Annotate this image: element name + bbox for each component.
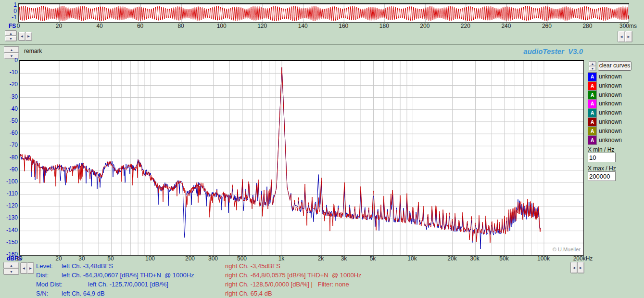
spectrum-x-tick: 20k bbox=[447, 255, 456, 262]
spectrum-x-tick: 1k bbox=[278, 255, 285, 262]
measurement-label: Level: bbox=[36, 262, 53, 270]
spectrum-x-tick: 2k bbox=[318, 255, 324, 262]
scope-scale-down-button[interactable] bbox=[5, 36, 17, 41]
legend-color-chip[interactable]: A bbox=[588, 136, 597, 145]
measurement-right-channel: right Ch. -64,8/0,0575 [dB/%] THD+N @ 10… bbox=[225, 272, 362, 279]
scope-scroll-left-button[interactable] bbox=[18, 32, 25, 41]
spectrum-y-tick: -20 bbox=[2, 81, 18, 88]
legend-curve-label: unknown bbox=[599, 137, 632, 143]
legend-curve-label: unknown bbox=[599, 100, 632, 107]
scope-y-tick: -1 bbox=[5, 14, 17, 21]
spectrum-y-tick: -110 bbox=[2, 190, 18, 197]
spectrum-y-tick: -40 bbox=[2, 105, 18, 112]
spectrum-scale-up-button[interactable] bbox=[4, 46, 19, 53]
scope-x-tick: 80 bbox=[177, 23, 184, 29]
spectrum-y-tick: -90 bbox=[2, 166, 18, 173]
legend-color-chip[interactable]: A bbox=[588, 127, 597, 136]
x-max-label: X max / Hz bbox=[588, 165, 616, 172]
oscilloscope-plot[interactable] bbox=[18, 3, 629, 23]
spectrum-x-tick: 3k bbox=[341, 255, 347, 262]
scope-x-tick: 120 bbox=[257, 23, 267, 29]
measurement-left-channel: left Ch. -3,48dBFS bbox=[62, 262, 113, 270]
scope-x-tick: 60 bbox=[137, 23, 143, 29]
spectrum-y-tick: -70 bbox=[2, 142, 18, 148]
scope-y-tick: 0 bbox=[5, 8, 17, 14]
legend-curve-label: unknown bbox=[599, 73, 632, 80]
legend-curve-label: unknown bbox=[599, 91, 632, 98]
measurement-label: Dist: bbox=[36, 272, 49, 279]
legend-color-chip[interactable]: A bbox=[588, 99, 597, 108]
scope-x-tick: 280 bbox=[582, 23, 592, 29]
spectrum-x-tick: 200kHz bbox=[573, 255, 593, 262]
spectrum-y-tick: -80 bbox=[2, 154, 18, 161]
x-max-input[interactable] bbox=[588, 171, 616, 181]
scope-x-tick: 20 bbox=[56, 23, 62, 29]
spectrum-x-tick: 300 bbox=[208, 255, 218, 262]
scope-x-tick: 300ms bbox=[619, 23, 637, 29]
legend-curve-label: unknown bbox=[599, 109, 632, 116]
measurement-label: Mod Dist: bbox=[36, 281, 63, 288]
app-title: audioTester V3.0 bbox=[491, 47, 583, 55]
scope-x-tick: 260 bbox=[542, 23, 552, 29]
spectrum-plot[interactable]: © U.Mueller bbox=[19, 60, 584, 256]
scope-x-tick: 0 bbox=[17, 23, 20, 29]
legend-curve-label: unknown bbox=[599, 128, 632, 134]
spectrum-x-tick: 50k bbox=[499, 255, 508, 262]
measurement-row: Mod Dist:left Ch. -125,7/0,0001 [dB/%]ri… bbox=[0, 281, 644, 288]
spectrum-x-tick: 30k bbox=[470, 255, 479, 262]
measurement-row: Dist:left Ch. -64,3/0,0607 [dB/%] THD+N … bbox=[0, 272, 644, 279]
right-channel-curve bbox=[20, 67, 541, 243]
oscilloscope-canvas bbox=[19, 4, 629, 22]
legend-color-chip[interactable]: A bbox=[588, 81, 597, 91]
spectrum-x-tick: 500 bbox=[237, 255, 247, 262]
measurement-right-channel: right Ch. -3,45dBFS bbox=[225, 262, 280, 270]
legend-color-chip[interactable]: A bbox=[588, 91, 597, 100]
scope-x-tick: 240 bbox=[501, 23, 511, 29]
scope-x-tick: 40 bbox=[96, 23, 102, 29]
measurement-left-channel: left Ch. 64,9 dB bbox=[62, 290, 105, 297]
spectrum-x-tick: 100k bbox=[537, 255, 550, 262]
measurement-left-channel: left Ch. -64,3/0,0607 [dB/%] THD+N @ 100… bbox=[62, 272, 194, 279]
spectrum-y-tick: -100 bbox=[2, 178, 18, 185]
waveform-trace bbox=[19, 6, 629, 21]
section-divider bbox=[0, 44, 644, 45]
x-min-label: X min / Hz bbox=[588, 146, 614, 153]
spectrum-x-tick: 30 bbox=[78, 255, 85, 262]
scope-x-tick: 220 bbox=[461, 23, 470, 29]
measurement-right-channel: right Ch. 65,4 dB bbox=[225, 290, 272, 297]
clear-curves-button[interactable]: clear curves bbox=[598, 61, 631, 71]
spectrum-y-tick: -50 bbox=[2, 117, 18, 124]
spectrum-x-tick: 20 bbox=[55, 255, 62, 262]
spectrum-x-tick: 100 bbox=[145, 255, 155, 262]
measurement-row: Level:left Ch. -3,48dBFSright Ch. -3,45d… bbox=[0, 262, 644, 270]
spectrum-x-tick: 10k bbox=[407, 255, 417, 262]
spectrum-y-tick: -130 bbox=[2, 214, 18, 221]
legend-color-chip[interactable]: A bbox=[588, 108, 597, 117]
copyright-label: © U.Mueller bbox=[553, 246, 581, 252]
measurement-left-channel: left Ch. -125,7/0,0001 [dB/%] bbox=[88, 281, 168, 288]
scope-x-tick: 200 bbox=[420, 23, 429, 29]
spectrum-y-tick: -140 bbox=[2, 227, 18, 233]
fs-axis-label: FS bbox=[9, 23, 16, 29]
legend-color-chip[interactable]: A bbox=[588, 117, 597, 127]
spectrum-x-tick: 50 bbox=[107, 255, 114, 262]
spectrum-y-tick: -30 bbox=[2, 93, 18, 100]
spectrum-y-tick: -150 bbox=[2, 239, 18, 246]
scope-pan-right-button[interactable] bbox=[625, 31, 632, 42]
legend-scroll-down-button[interactable] bbox=[589, 66, 596, 71]
dbfs-unit-label: dBFS bbox=[7, 255, 22, 262]
scope-x-tick: 140 bbox=[298, 23, 308, 29]
measurement-row: S/N:left Ch. 64,9 dBright Ch. 65,4 dB bbox=[0, 290, 644, 298]
measurement-label: S/N: bbox=[36, 290, 48, 297]
x-min-input[interactable] bbox=[588, 153, 616, 162]
legend-color-chip[interactable]: A bbox=[588, 72, 597, 81]
spectrum-x-tick: 5k bbox=[370, 255, 376, 262]
scope-scroll-right-button[interactable] bbox=[25, 32, 32, 41]
audiotester-window: 10-1 FS 02040608010012014016018020022024… bbox=[0, 0, 644, 298]
spectrum-y-tick: -60 bbox=[2, 130, 18, 136]
spectrum-canvas bbox=[20, 61, 583, 255]
legend-curve-label: unknown bbox=[599, 82, 632, 89]
remark-label[interactable]: remark bbox=[24, 48, 42, 54]
scope-pan-left-button[interactable] bbox=[618, 31, 625, 42]
legend-curve-label: unknown bbox=[599, 118, 632, 125]
